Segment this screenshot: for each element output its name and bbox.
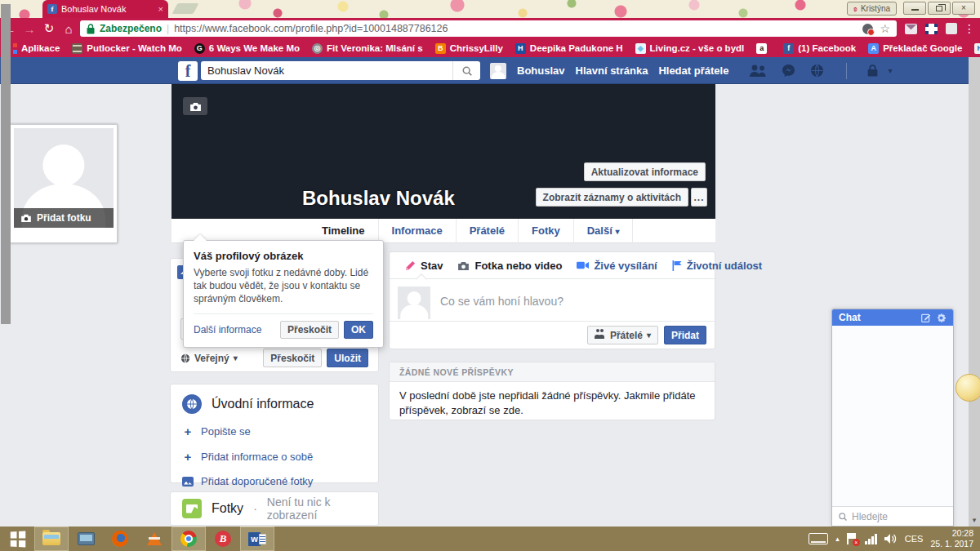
browser-menu-icon[interactable]: ⋮ <box>964 22 975 35</box>
taskbar-b-app[interactable]: B <box>206 527 240 551</box>
composer-tab-life-event[interactable]: Životní událost <box>665 260 769 272</box>
facebook-logo-icon[interactable]: f <box>178 61 198 81</box>
school-skip-button[interactable]: Přeskočit <box>263 349 322 367</box>
privacy-selector[interactable]: Veřejný ▾ <box>180 353 238 364</box>
taskbar-firefox[interactable] <box>103 527 137 551</box>
photos-empty-dot: · <box>253 502 257 515</box>
clock[interactable]: 20:28 25. 1. 2017 <box>930 528 973 549</box>
action-center-flag-icon[interactable]: × <box>847 533 858 544</box>
composer-placeholder[interactable]: Co se vám honí hlavou? <box>440 287 564 319</box>
tab-pratele[interactable]: Přátelé <box>456 219 518 243</box>
blocked-content-icon[interactable] <box>862 24 873 34</box>
chat-header[interactable]: Chat <box>832 309 953 326</box>
taskbar-chrome-active[interactable] <box>172 527 206 551</box>
add-cover-camera-icon[interactable] <box>183 97 207 115</box>
messenger-icon[interactable] <box>782 64 795 78</box>
composer-tab-status[interactable]: Stav <box>398 260 450 272</box>
add-featured-photos-link[interactable]: Přidat doporučené fotky <box>171 469 378 493</box>
tab-informace[interactable]: Informace <box>378 219 456 243</box>
navbar-caret-icon[interactable]: ▾ <box>888 66 892 75</box>
tab-timeline[interactable]: Timeline <box>309 219 378 243</box>
taskbar-word[interactable]: w <box>240 527 274 551</box>
facebook-search[interactable] <box>201 61 480 80</box>
search-button[interactable] <box>452 61 480 80</box>
describe-yourself-link[interactable]: + Popište se <box>171 419 378 444</box>
navbar-home-link[interactable]: Hlavní stránka <box>576 64 648 77</box>
chat-search-input[interactable] <box>852 511 933 522</box>
living-icon: ◆ <box>635 43 646 54</box>
more-info-link[interactable]: Další informace <box>194 324 261 335</box>
bookmark-amazon[interactable]: a <box>756 43 771 54</box>
home-button[interactable]: ⌂ <box>59 22 78 36</box>
bookmark-item[interactable]: G 6 Ways We Make Mo <box>194 43 300 54</box>
navbar-find-friends-link[interactable]: Hledat přátele <box>658 64 728 77</box>
bookmark-star-icon[interactable]: ☆ <box>880 22 890 35</box>
notifications-globe-icon[interactable] <box>810 64 824 78</box>
post-submit-button[interactable]: Přidat <box>664 326 706 344</box>
url-text[interactable]: https://www.facebook.com/profile.php?id=… <box>174 23 858 34</box>
privacy-lock-icon[interactable] <box>867 64 878 77</box>
taskbar-vlc[interactable] <box>137 527 172 551</box>
bookmark-translate[interactable]: A Překladač Google <box>868 43 962 54</box>
photos-icon <box>182 499 202 518</box>
activity-log-button[interactable]: Zobrazit záznamy o aktivitách <box>536 188 688 207</box>
tab-dalsi[interactable]: Další ▾ <box>573 219 634 243</box>
camera-icon <box>20 214 32 222</box>
facebook-page: Bohuslav Novák Aktualizovat informace Zo… <box>0 84 980 527</box>
minimize-button[interactable] <box>903 2 926 15</box>
close-button[interactable]: × <box>952 2 975 15</box>
address-bar[interactable]: Zabezpečeno | https://www.facebook.com/p… <box>80 20 897 37</box>
language-indicator[interactable]: CES <box>905 534 924 544</box>
audience-selector-button[interactable]: Přátelé ▾ <box>587 326 658 344</box>
add-photo-button[interactable]: Přidat fotku <box>14 208 114 228</box>
bookmark-facebook[interactable]: f (1) Facebook <box>783 43 856 54</box>
bookmark-item[interactable]: ◆ Living.cz - vše o bydl <box>635 43 745 54</box>
browser-tab[interactable]: f Bohuslav Novák × <box>42 0 168 18</box>
chat-settings-gear-icon[interactable] <box>936 313 947 323</box>
bookmark-apps[interactable]: Aplikace <box>7 43 60 54</box>
update-info-button[interactable]: Aktualizovat informace <box>584 162 706 181</box>
navbar-profile-link[interactable]: Bohuslav <box>517 64 565 77</box>
bookmark-item[interactable]: H Parkour Vaults From 1 <box>974 43 980 54</box>
tooltip-title: Váš profilový obrázek <box>194 250 373 262</box>
search-input[interactable] <box>201 64 452 77</box>
new-tab-button[interactable] <box>172 3 199 14</box>
network-signal-icon[interactable] <box>865 534 877 544</box>
extension-mail-icon[interactable] <box>905 24 917 34</box>
cover-photo-area[interactable]: Bohuslav Novák Aktualizovat informace Zo… <box>172 84 715 219</box>
volume-icon[interactable] <box>884 533 898 544</box>
restore-button[interactable] <box>928 2 951 15</box>
cover-more-button[interactable]: ... <box>691 188 707 207</box>
photos-card[interactable]: Fotky · Není tu nic k zobrazení <box>170 491 379 526</box>
bookmark-item[interactable]: ◎ Fit Veronika: Mlsání s <box>312 43 423 54</box>
page-scrollbar[interactable] <box>969 57 980 527</box>
bookmark-item[interactable]: Putlocker - Watch Mo <box>72 43 182 54</box>
chat-search[interactable] <box>832 506 953 526</box>
forward-button[interactable]: → <box>20 22 39 36</box>
tab-close-icon[interactable]: × <box>158 5 163 14</box>
bookmark-item[interactable]: B ChrissyLilly <box>435 43 503 54</box>
tab-fotky[interactable]: Fotky <box>518 219 573 243</box>
scrollbar-thumb[interactable] <box>1 4 11 324</box>
new-message-icon[interactable] <box>921 313 931 322</box>
browser-profile-button[interactable]: ʚ Kristýna <box>847 2 897 16</box>
profile-picture[interactable]: Přidat fotku <box>10 124 118 243</box>
school-save-button[interactable]: Uložit <box>327 349 368 367</box>
navbar-avatar[interactable] <box>490 63 506 79</box>
start-button[interactable] <box>0 527 34 551</box>
add-about-link[interactable]: + Přidat informace o sobě <box>171 444 378 469</box>
touch-keyboard-icon[interactable] <box>808 533 828 544</box>
taskbar-display-settings[interactable] <box>69 527 103 551</box>
tooltip-ok-button[interactable]: OK <box>344 321 373 339</box>
extension-blank-icon[interactable] <box>946 23 957 34</box>
bookmark-item[interactable]: H Deepika Padukone H <box>515 43 623 54</box>
tab-title: Bohuslav Novák <box>61 4 154 14</box>
composer-tab-photo-video[interactable]: Fotka nebo video <box>450 260 569 272</box>
tray-expand-icon[interactable]: ▴ <box>835 535 840 543</box>
tooltip-skip-button[interactable]: Přeskočit <box>280 321 339 339</box>
reload-button[interactable]: ↻ <box>39 21 59 36</box>
extension-translator-icon[interactable] <box>925 24 938 34</box>
composer-tab-live[interactable]: Živé vysílání <box>569 260 664 272</box>
friend-requests-icon[interactable] <box>749 64 767 77</box>
taskbar-file-explorer[interactable] <box>34 527 69 551</box>
